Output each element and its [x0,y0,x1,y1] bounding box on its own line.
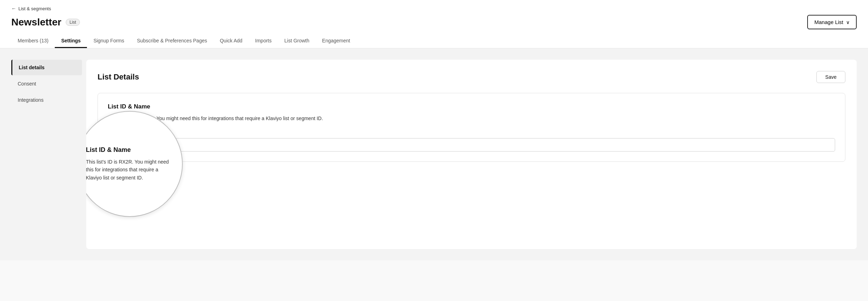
magnifier-title: List ID & Name [86,146,174,154]
magnifier-text: This list's ID is RX2R. You might need t… [86,158,174,182]
magnifier-text-part1: This list's ID is RX2R [86,159,132,165]
settings-header: List Details Save [98,71,845,83]
manage-list-button[interactable]: Manage List ∨ [807,15,857,29]
title-left: Newsletter List [11,17,80,28]
card-title: List ID & Name [108,103,835,110]
card-description: This list's ID is RX2R. You might need t… [108,114,835,122]
tab-members[interactable]: Members (13) [11,34,55,48]
magnifier-overlay: List ID & Name This list's ID is RX2R. Y… [86,111,183,217]
settings-title: List Details [98,72,139,82]
list-name-input[interactable] [108,138,835,152]
tab-imports[interactable]: Imports [249,34,278,48]
save-button[interactable]: Save [816,71,845,83]
sidebar-item-integrations[interactable]: Integrations [11,92,82,108]
tab-list-growth[interactable]: List Growth [278,34,316,48]
back-link[interactable]: ← List & segments [11,6,857,11]
tab-settings[interactable]: Settings [55,34,87,48]
main-content: List details Consent Integrations List D… [0,48,868,260]
settings-sidebar: List details Consent Integrations [11,60,82,249]
chevron-down-icon: ∨ [846,19,850,25]
tab-subscribe-pages[interactable]: Subscribe & Preferences Pages [131,34,213,48]
back-arrow-icon: ← [11,6,16,11]
tab-engagement[interactable]: Engagement [316,34,356,48]
tabs-container: Members (13) Settings Signup Forms Subsc… [11,34,857,48]
list-id-name-card: List ID & Name This list's ID is RX2R. Y… [98,93,845,162]
manage-list-label: Manage List [814,19,843,25]
list-badge: List [66,19,80,26]
tab-signup-forms[interactable]: Signup Forms [87,34,130,48]
magnifier-content: List ID & Name This list's ID is RX2R. Y… [86,138,182,190]
list-name-label: List Name [108,131,835,136]
tab-quick-add[interactable]: Quick Add [213,34,249,48]
back-link-label: List & segments [18,6,51,11]
page-title: Newsletter [11,17,61,28]
settings-content: List Details Save List ID & Name This li… [86,60,857,249]
sidebar-item-consent[interactable]: Consent [11,76,82,92]
magnifier-text-part3: t or segment ID. [108,175,143,181]
sidebar-item-list-details[interactable]: List details [11,60,82,75]
title-row: Newsletter List Manage List ∨ [11,15,857,29]
